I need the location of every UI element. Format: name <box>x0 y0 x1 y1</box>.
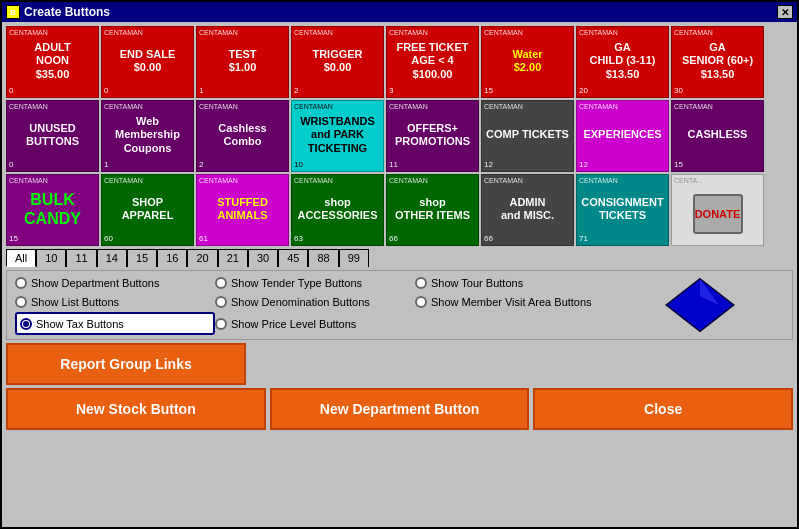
list-item[interactable]: CENTAMAN TEST$1.00 1 <box>196 26 289 98</box>
donate-button[interactable]: CENTA... DONATE <box>671 174 764 246</box>
tab-10[interactable]: 10 <box>36 249 66 267</box>
radio-circle-selected <box>20 318 32 330</box>
tab-14[interactable]: 14 <box>97 249 127 267</box>
window-title: Create Buttons <box>24 5 110 19</box>
main-window: B Create Buttons ✕ CENTAMAN ADULTNOON$35… <box>0 0 799 529</box>
list-item[interactable]: CENTAMAN BULKCANDY 15 <box>6 174 99 246</box>
radio-label: Show Tender Type Buttons <box>231 277 362 289</box>
button-row-3: CENTAMAN BULKCANDY 15 CENTAMAN SHOPAPPAR… <box>6 174 793 246</box>
list-item[interactable]: CENTAMAN shopOTHER ITEMS 66 <box>386 174 479 246</box>
radio-label: Show Member Visit Area Buttons <box>431 296 592 308</box>
button-row-2: CENTAMAN UNUSEDBUTTONS 0 CENTAMAN Web Me… <box>6 100 793 172</box>
new-department-button[interactable]: New Department Button <box>270 388 530 430</box>
radio-show-tax[interactable]: Show Tax Buttons <box>15 312 215 335</box>
list-item[interactable]: CENTAMAN GACHILD (3-11)$13.50 20 <box>576 26 669 98</box>
list-item[interactable]: CENTAMAN UNUSEDBUTTONS 0 <box>6 100 99 172</box>
radio-label: Show Price Level Buttons <box>231 318 356 330</box>
list-item[interactable]: CENTAMAN EXPERIENCES 12 <box>576 100 669 172</box>
radio-show-member[interactable]: Show Member Visit Area Buttons <box>415 294 615 311</box>
radio-show-denom[interactable]: Show Denomination Buttons <box>215 294 415 311</box>
tab-99[interactable]: 99 <box>339 249 369 267</box>
radio-show-price[interactable]: Show Price Level Buttons <box>215 312 415 335</box>
radio-label: Show Denomination Buttons <box>231 296 370 308</box>
title-bar: B Create Buttons ✕ <box>2 2 797 22</box>
tab-21[interactable]: 21 <box>218 249 248 267</box>
list-item[interactable]: CENTAMAN OFFERS+PROMOTIONS 11 <box>386 100 479 172</box>
tab-30[interactable]: 30 <box>248 249 278 267</box>
list-item[interactable]: CENTAMAN shopACCESSORIES 63 <box>291 174 384 246</box>
close-button[interactable]: Close <box>533 388 793 430</box>
list-item[interactable]: CENTAMAN STUFFEDANIMALS 61 <box>196 174 289 246</box>
radio-circle <box>15 277 27 289</box>
list-item[interactable]: CENTAMAN ADULTNOON$35.00 0 <box>6 26 99 98</box>
window-icon: B <box>6 5 20 19</box>
list-item[interactable]: CENTAMAN CASHLESS 15 <box>671 100 764 172</box>
tab-88[interactable]: 88 <box>308 249 338 267</box>
list-item[interactable]: CENTAMAN CONSIGNMENTTICKETS 71 <box>576 174 669 246</box>
list-item[interactable]: CENTAMAN SHOPAPPAREL 60 <box>101 174 194 246</box>
content-area: CENTAMAN ADULTNOON$35.00 0 CENTAMAN END … <box>2 22 797 527</box>
radio-label: Show Tax Buttons <box>36 318 124 330</box>
list-item[interactable]: CENTAMAN END SALE$0.00 0 <box>101 26 194 98</box>
list-item[interactable]: CENTAMAN FREE TICKETAGE < 4$100.00 3 <box>386 26 479 98</box>
list-item[interactable]: CENTAMAN Water$2.00 15 <box>481 26 574 98</box>
button-row-1: CENTAMAN ADULTNOON$35.00 0 CENTAMAN END … <box>6 26 793 98</box>
list-item[interactable]: CENTAMAN CashlessCombo 2 <box>196 100 289 172</box>
list-item[interactable]: CENTAMAN ADMINand MISC. 66 <box>481 174 574 246</box>
list-item[interactable]: CENTAMAN COMP TICKETS 12 <box>481 100 574 172</box>
list-item[interactable]: CENTAMAN GASENIOR (60+)$13.50 30 <box>671 26 764 98</box>
list-item[interactable]: CENTAMAN Web MembershipCoupons 1 <box>101 100 194 172</box>
radio-label: Show Department Buttons <box>31 277 159 289</box>
new-stock-button[interactable]: New Stock Button <box>6 388 266 430</box>
options-area: Show Department Buttons Show List Button… <box>6 270 793 340</box>
radio-circle <box>415 277 427 289</box>
button-grid: CENTAMAN ADULTNOON$35.00 0 CENTAMAN END … <box>6 26 793 246</box>
tab-16[interactable]: 16 <box>157 249 187 267</box>
bottom-buttons-row: New Stock Button New Department Button C… <box>6 388 793 430</box>
radio-label: Show Tour Buttons <box>431 277 523 289</box>
tab-45[interactable]: 45 <box>278 249 308 267</box>
list-item[interactable]: CENTAMAN WRISTBANDSand PARKTICKETING 10 <box>291 100 384 172</box>
window-close-button[interactable]: ✕ <box>777 5 793 19</box>
radio-circle <box>415 296 427 308</box>
tab-15[interactable]: 15 <box>127 249 157 267</box>
tab-11[interactable]: 11 <box>66 249 96 267</box>
radio-circle <box>215 296 227 308</box>
diamond-graphic <box>615 275 784 335</box>
radio-show-tender[interactable]: Show Tender Type Buttons <box>215 275 415 292</box>
radio-show-dept[interactable]: Show Department Buttons <box>15 275 215 292</box>
radio-show-list[interactable]: Show List Buttons <box>15 294 215 311</box>
list-item[interactable]: CENTAMAN TRIGGER$0.00 2 <box>291 26 384 98</box>
report-group-links-button[interactable]: Report Group Links <box>6 343 246 385</box>
tab-all[interactable]: All <box>6 249 36 267</box>
tabs-row: All 10 11 14 15 16 20 21 30 45 88 99 <box>6 249 793 267</box>
title-bar-text: B Create Buttons <box>6 5 110 19</box>
tab-20[interactable]: 20 <box>187 249 217 267</box>
radio-circle <box>215 318 227 330</box>
radio-circle <box>215 277 227 289</box>
radio-circle <box>15 296 27 308</box>
radio-show-tour[interactable]: Show Tour Buttons <box>415 275 615 292</box>
radio-label: Show List Buttons <box>31 296 119 308</box>
